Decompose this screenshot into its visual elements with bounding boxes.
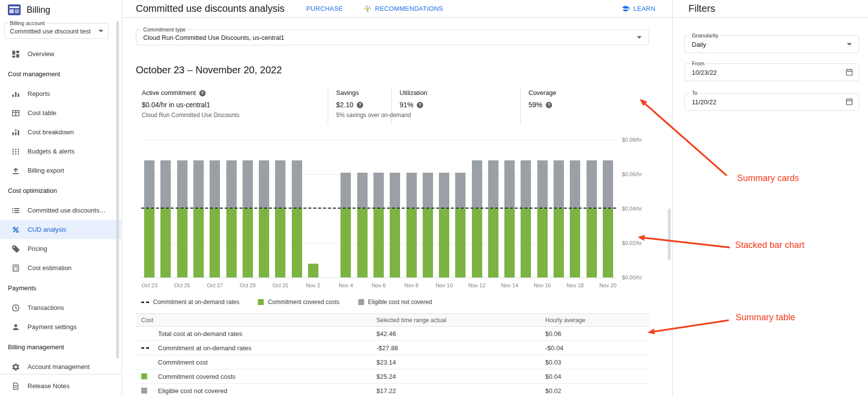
chart-legend: Commitment at on-demand rates Commitment… xyxy=(141,299,432,305)
bar-not-covered xyxy=(243,160,253,209)
sidebar-item-billing-export[interactable]: Billing export xyxy=(0,161,121,180)
bar-not-covered xyxy=(177,160,187,209)
y-axis-tick: $0.06/hr xyxy=(622,171,642,177)
calendar-icon[interactable] xyxy=(845,97,854,106)
card-utilization: Utilization 91%? xyxy=(391,89,520,124)
legend-item-commitment-line: Commitment at on-demand rates xyxy=(141,299,239,305)
school-cap-icon xyxy=(621,4,630,13)
bar-covered-costs xyxy=(423,209,433,277)
reports-icon xyxy=(11,89,21,99)
bar-covered-costs xyxy=(521,209,531,277)
to-date-field[interactable]: To 11/20/22 xyxy=(684,93,859,111)
summary-table-header: Cost Selected time range actual Hourly a… xyxy=(136,313,649,327)
help-icon[interactable]: ? xyxy=(357,102,363,108)
bar-covered-costs xyxy=(308,264,318,277)
help-icon[interactable]: ? xyxy=(199,90,206,96)
bar-covered-costs xyxy=(439,209,449,277)
chevron-down-icon xyxy=(847,43,852,46)
commitment-type-select[interactable]: Commitment type Cloud Run Committed Use … xyxy=(136,30,649,45)
card-subtitle: Cloud Run Committed Use Discounts xyxy=(142,112,324,119)
overview-icon xyxy=(11,49,21,59)
sidebar-item-cost-breakdown[interactable]: Cost breakdown xyxy=(0,122,121,142)
bar-not-covered xyxy=(504,160,515,209)
bar-covered-costs xyxy=(455,209,465,277)
sidebar-section-cost-management: Cost management xyxy=(0,63,121,84)
bar-covered-costs xyxy=(259,209,269,277)
bar-not-covered xyxy=(521,160,531,209)
purchase-button[interactable]: PURCHASE xyxy=(306,5,343,12)
budgets-alerts-icon xyxy=(11,147,21,156)
bar-covered-costs xyxy=(554,209,564,277)
sidebar-item-transactions[interactable]: Transactions xyxy=(0,298,121,317)
billing-logo-icon xyxy=(8,4,21,15)
x-axis-tick: Oct 25 xyxy=(166,282,198,288)
help-icon[interactable]: ? xyxy=(546,102,552,108)
sidebar-item-release-notes[interactable]: Release Notes xyxy=(0,374,121,397)
help-icon[interactable]: ? xyxy=(417,102,423,108)
y-axis-tick: $0.02/hr xyxy=(622,240,642,246)
sidebar-item-pricing[interactable]: Pricing xyxy=(0,239,121,258)
filters-panel: Filters Granularity Daily From 10/23/22 … xyxy=(672,0,868,397)
sidebar-section-cost-optimization: Cost optimization xyxy=(0,180,121,201)
filters-header: Filters xyxy=(673,0,868,18)
billing-account-selector[interactable]: Billing account Committed use discount t… xyxy=(4,23,109,39)
sidebar-item-reports[interactable]: Reports xyxy=(0,84,121,103)
from-date-field[interactable]: From 10/23/22 xyxy=(684,63,859,81)
sidebar-item-cost-estimation[interactable]: Cost estimation xyxy=(0,258,121,277)
chevron-down-icon xyxy=(98,30,103,32)
bar-covered-costs xyxy=(570,209,580,277)
bar-not-covered xyxy=(603,160,613,209)
billing-account-value: Committed use discount test xyxy=(10,28,91,35)
bar-not-covered xyxy=(455,173,465,209)
sidebar-item-budgets-alerts[interactable]: Budgets & alerts xyxy=(0,142,121,161)
x-axis-tick: Nov 12 xyxy=(461,282,493,288)
gridline xyxy=(141,277,616,278)
lightbulb-icon xyxy=(364,5,372,13)
bar-covered-costs xyxy=(193,209,204,277)
sidebar-section-billing-management: Billing management xyxy=(0,336,121,357)
gray-swatch xyxy=(141,388,158,394)
table-row: Commitment covered costs $25.24 $0.04 xyxy=(136,369,649,384)
bar-covered-costs xyxy=(210,209,220,277)
main-header: Committed use discounts analysis PURCHAS… xyxy=(123,0,672,18)
bar-not-covered xyxy=(554,160,564,209)
sidebar-item-cud-analysis[interactable]: CUD analysis xyxy=(0,220,121,239)
sidebar-scrollbar[interactable] xyxy=(116,21,119,359)
bar-covered-costs xyxy=(160,209,171,277)
bar-not-covered xyxy=(587,160,597,209)
green-swatch xyxy=(258,299,264,305)
x-axis-tick: Oct 31 xyxy=(265,282,296,288)
bar-not-covered xyxy=(160,160,171,209)
cost-estimation-icon xyxy=(11,263,21,273)
legend-item-not-covered: Eligible cost not covered xyxy=(358,299,432,305)
bar-covered-costs xyxy=(144,209,155,277)
app-name: Billing xyxy=(27,5,50,15)
bar-not-covered xyxy=(439,173,449,209)
sidebar-item-payment-settings[interactable]: Payment settings xyxy=(0,317,121,336)
bar-covered-costs xyxy=(406,209,417,277)
learn-button[interactable]: LEARN xyxy=(621,4,655,13)
commitment-type-value: Cloud Run Committed Use Discounts, us-ce… xyxy=(143,34,284,41)
recommendations-button[interactable]: RECOMMENDATIONS xyxy=(364,5,443,13)
calendar-icon[interactable] xyxy=(845,68,854,77)
release-notes-icon xyxy=(11,381,21,391)
x-axis-tick: Nov 14 xyxy=(494,282,526,288)
date-range-heading: October 23 – November 20, 2022 xyxy=(136,64,282,76)
x-axis-tick: Nov 6 xyxy=(363,282,395,288)
sidebar-item-committed-use-discounts[interactable]: Committed use discounts… xyxy=(0,201,121,220)
main-scrollbar[interactable] xyxy=(668,209,671,260)
x-axis-tick: Oct 27 xyxy=(199,282,231,288)
granularity-select[interactable]: Granularity Daily xyxy=(684,35,859,53)
card-savings: Savings $2.10? 5% savings over on-demand xyxy=(328,89,391,124)
sidebar-item-overview[interactable]: Overview xyxy=(0,44,121,63)
table-row: Total cost at on-demand rates $42.46 $0.… xyxy=(136,327,649,341)
bar-not-covered xyxy=(537,160,548,209)
main-content: Committed use discounts analysis PURCHAS… xyxy=(123,0,672,397)
x-axis-tick: Oct 29 xyxy=(232,282,263,288)
bar-not-covered xyxy=(357,173,368,209)
bar-covered-costs xyxy=(390,209,400,277)
bar-not-covered xyxy=(193,160,204,209)
sidebar-item-cost-table[interactable]: Cost table xyxy=(0,103,121,122)
bar-covered-costs xyxy=(537,209,548,277)
card-coverage: Coverage 59%? xyxy=(520,89,649,124)
